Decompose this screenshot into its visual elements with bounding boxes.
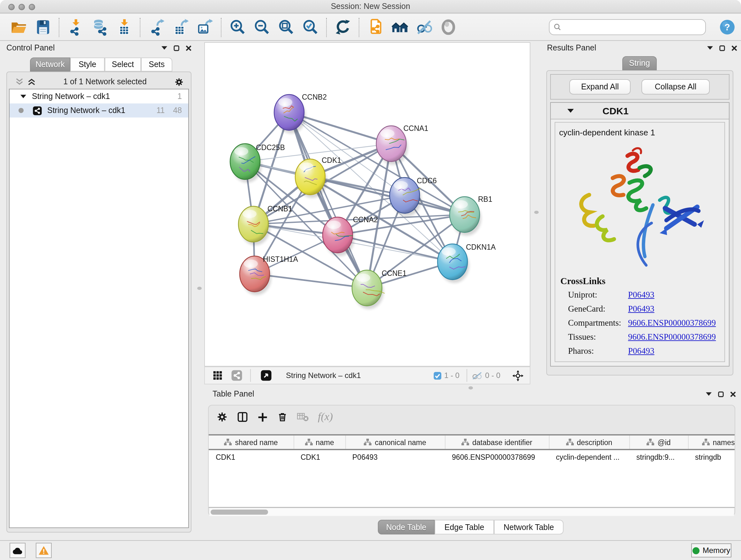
network-node-CDKN1A[interactable]: CDKN1A — [437, 243, 496, 283]
table-options-gear-icon[interactable] — [216, 411, 228, 423]
control-panel-tabs: NetworkStyleSelectSets — [30, 57, 172, 71]
save-session-button[interactable] — [30, 16, 55, 38]
network-node-RB1[interactable]: RB1 — [450, 195, 492, 236]
cloud-services-button[interactable] — [10, 543, 25, 558]
string-protein-query-button[interactable] — [387, 16, 412, 38]
crosslink-link[interactable]: 9606.ENSP00000378699 — [628, 331, 716, 343]
help-button[interactable]: ? — [719, 19, 735, 35]
node-table[interactable]: shared namenamecanonical namedatabase id… — [209, 434, 735, 508]
float-panel-icon[interactable] — [719, 45, 725, 51]
collection-disclosure-icon[interactable] — [20, 94, 26, 99]
fit-selected-crosshair-icon[interactable] — [512, 369, 524, 381]
import-network-from-file-button[interactable] — [63, 16, 87, 38]
crosslink-link[interactable]: 9606.ENSP00000378699 — [628, 317, 716, 329]
network-view-title: String Network – cdk1 — [286, 371, 361, 380]
panel-menu-icon[interactable] — [706, 392, 712, 396]
right-splitter-handle[interactable] — [534, 211, 539, 214]
open-session-button[interactable] — [6, 16, 30, 38]
create-column-plus-icon[interactable] — [257, 412, 268, 422]
export-table-to-file-button[interactable] — [169, 16, 193, 38]
collection-count: 1 — [178, 92, 182, 101]
network-node-CCNB1[interactable]: CCNB1 — [239, 205, 292, 245]
column-header-@id[interactable]: @id — [629, 435, 688, 449]
network-node-CCNA1[interactable]: CCNA1 — [376, 124, 428, 165]
gene-card-header[interactable]: CDK1 — [551, 103, 729, 119]
search-text-field[interactable] — [565, 22, 701, 32]
close-panel-icon[interactable] — [186, 45, 192, 51]
column-header-shared-name[interactable]: shared name — [209, 435, 293, 449]
table-row[interactable]: CDK1CDK1P064939606.ENSP00000378699cyclin… — [209, 449, 735, 463]
gene-disclosure-icon[interactable] — [567, 108, 574, 113]
collapse-all-networks-icon[interactable] — [15, 78, 23, 85]
network-row[interactable]: String Network – cdk1 11 48 — [10, 104, 188, 118]
network-node-CCNA2[interactable]: CCNA2 — [323, 215, 378, 256]
function-builder-icon[interactable]: f(x) — [318, 411, 333, 423]
column-header-namespace[interactable]: namespace — [688, 435, 735, 449]
close-panel-icon[interactable] — [731, 45, 737, 51]
delete-table-icon[interactable] — [297, 412, 309, 422]
crosslink-link[interactable]: P06493 — [628, 289, 655, 301]
tab-network[interactable]: Network — [30, 57, 70, 71]
string-import-icon — [367, 18, 384, 36]
tab-sets[interactable]: Sets — [141, 57, 172, 71]
column-header-description[interactable]: description — [549, 435, 629, 449]
network-node-CCNB2[interactable]: CCNB2 — [274, 93, 327, 133]
show-columns-icon[interactable] — [237, 411, 248, 423]
crosslink-link[interactable]: P06493 — [628, 303, 655, 315]
network-node-CDC6[interactable]: CDC6 — [390, 177, 437, 216]
warning-icon — [38, 545, 49, 556]
float-panel-icon[interactable] — [718, 391, 724, 397]
refresh-view-button[interactable] — [331, 16, 355, 38]
collapse-all-button[interactable]: Collapse All — [642, 79, 710, 95]
left-splitter-handle[interactable] — [197, 287, 202, 290]
search-input[interactable] — [549, 19, 706, 35]
network-options-gear-icon[interactable] — [174, 77, 184, 86]
panel-menu-icon[interactable] — [707, 46, 713, 50]
network-node-CDC25B[interactable]: CDC25B — [230, 143, 285, 183]
zoom-selected-button[interactable] — [298, 16, 322, 38]
string-gray-sphere-button[interactable] — [436, 16, 460, 38]
column-header-database-identifier[interactable]: database identifier — [445, 435, 549, 449]
string-import-button[interactable] — [363, 16, 387, 38]
tab-network-table[interactable]: Network Table — [494, 520, 563, 535]
float-panel-icon[interactable] — [174, 45, 179, 51]
delete-column-trash-icon[interactable] — [277, 411, 288, 423]
table-horizontal-scrollbar[interactable] — [209, 508, 734, 516]
network-node-CCNE1[interactable]: CCNE1 — [352, 269, 407, 309]
export-network-to-file-button[interactable] — [144, 16, 169, 38]
zoom-fit-content-button[interactable] — [274, 16, 298, 38]
cloud-icon — [12, 546, 23, 555]
network-node-HIST1H1A[interactable]: HIST1H1A — [240, 255, 298, 295]
memory-status-icon — [692, 547, 699, 554]
expand-all-button[interactable]: Expand All — [569, 79, 630, 95]
warnings-button[interactable] — [36, 543, 52, 558]
tab-style[interactable]: Style — [70, 57, 105, 71]
network-view-icon[interactable] — [231, 370, 243, 381]
close-panel-icon[interactable] — [730, 391, 736, 397]
open-in-new-window-icon[interactable] — [260, 370, 272, 381]
tab-edge-table[interactable]: Edge Table — [434, 520, 494, 535]
tab-select[interactable]: Select — [105, 57, 141, 71]
zoom-in-button[interactable] — [225, 16, 250, 38]
scrollbar-thumb[interactable] — [211, 509, 268, 515]
tab-node-table[interactable]: Node Table — [378, 520, 434, 535]
column-type-icon — [647, 439, 654, 446]
network-canvas[interactable]: CCNB2CCNA1CDC25BCDK1CDC6RB1CCNB1CCNA2CDK… — [204, 42, 530, 367]
column-type-icon — [702, 439, 710, 446]
string-show-hide-button[interactable] — [412, 16, 436, 38]
zoom-out-button[interactable] — [250, 16, 274, 38]
crosslink-link[interactable]: P06493 — [628, 345, 655, 357]
expand-all-networks-icon[interactable] — [27, 78, 36, 85]
panel-menu-icon[interactable] — [161, 46, 167, 50]
export-image-button[interactable] — [193, 16, 217, 38]
network-collection-row[interactable]: String Network – cdk1 1 — [10, 89, 188, 104]
network-selection-status: 1 of 1 Network selected — [36, 77, 174, 86]
birds-eye-view-icon[interactable] — [212, 370, 223, 381]
column-header-name[interactable]: name — [293, 435, 345, 449]
title-bar: Session: New Session — [0, 0, 741, 13]
memory-button[interactable]: Memory — [691, 543, 731, 557]
column-header-canonical-name[interactable]: canonical name — [345, 435, 445, 449]
import-network-from-database-button[interactable] — [87, 16, 112, 38]
import-table-from-file-button[interactable] — [112, 16, 136, 38]
tab-string[interactable]: String — [622, 56, 657, 70]
